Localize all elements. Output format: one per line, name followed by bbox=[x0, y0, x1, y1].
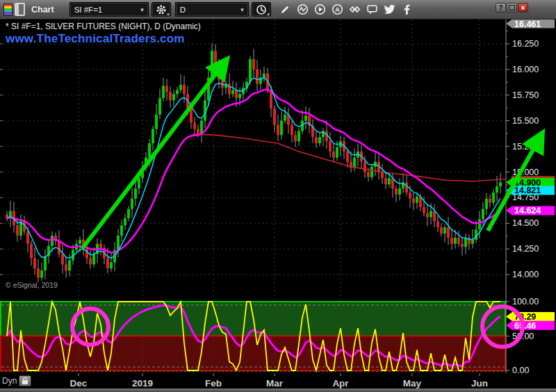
close-button[interactable]: × bbox=[518, 3, 528, 13]
svg-text:Apr: Apr bbox=[332, 378, 349, 389]
studies-button[interactable] bbox=[294, 2, 311, 17]
playback-button[interactable] bbox=[311, 2, 329, 17]
candle-body bbox=[117, 236, 120, 250]
chevron-down-icon: ▾ bbox=[240, 6, 244, 13]
candle-body bbox=[207, 78, 210, 100]
candle-body bbox=[426, 213, 429, 218]
candle-body bbox=[478, 219, 481, 229]
alerts-button[interactable]: A bbox=[329, 2, 346, 17]
draw-tool-button[interactable] bbox=[277, 2, 294, 17]
candle-body bbox=[461, 244, 464, 247]
candle-body bbox=[346, 152, 349, 162]
candle-body bbox=[127, 209, 130, 218]
twitter-share-button[interactable] bbox=[381, 2, 398, 17]
window-frame-bottom bbox=[0, 389, 556, 392]
candle-body bbox=[423, 207, 425, 213]
candle-body bbox=[165, 86, 168, 92]
candle-body bbox=[454, 238, 457, 244]
facebook-share-button[interactable] bbox=[398, 2, 416, 17]
copyright-text: © eSignal, 2019 bbox=[6, 281, 58, 289]
svg-text:Jun: Jun bbox=[471, 378, 488, 389]
candle-body bbox=[450, 238, 453, 244]
candle-body bbox=[395, 188, 398, 195]
candle-body bbox=[193, 123, 196, 129]
candle-body bbox=[231, 90, 234, 94]
link-button[interactable] bbox=[346, 2, 363, 17]
candle-body bbox=[294, 135, 297, 141]
candle-body bbox=[190, 108, 193, 123]
candle-body bbox=[30, 244, 33, 259]
candle-body bbox=[158, 98, 161, 115]
candle-body bbox=[499, 182, 502, 186]
svg-text:15.500: 15.500 bbox=[512, 116, 539, 126]
svg-text:Mar: Mar bbox=[266, 378, 284, 389]
facebook-icon bbox=[401, 3, 413, 15]
candle-body bbox=[492, 193, 495, 203]
window-icon bbox=[15, 3, 25, 16]
candle-body bbox=[353, 158, 356, 168]
symbol-dropdown[interactable]: SI #F=1 ▾ bbox=[70, 2, 149, 17]
candle-body bbox=[256, 70, 259, 84]
candle-body bbox=[370, 167, 373, 177]
candle-body bbox=[430, 211, 432, 218]
candle-body bbox=[315, 137, 318, 143]
candle-body bbox=[436, 221, 439, 227]
tool-icons: A bbox=[277, 2, 416, 17]
svg-text:0.00: 0.00 bbox=[512, 366, 529, 375]
axis-lock-button[interactable] bbox=[19, 375, 31, 386]
symbol-settings-button[interactable]: ▾ bbox=[152, 2, 171, 17]
svg-text:2019: 2019 bbox=[132, 378, 153, 389]
help-button[interactable]: ? bbox=[496, 3, 506, 13]
candle-body bbox=[433, 211, 436, 222]
candle-body bbox=[471, 240, 474, 244]
candle-body bbox=[40, 270, 43, 277]
svg-text:A: A bbox=[335, 6, 340, 13]
slow-ma-line bbox=[7, 90, 500, 252]
watermark-link[interactable]: www.TheTechnicalTraders.com bbox=[6, 32, 185, 46]
candle-body bbox=[51, 236, 54, 246]
svg-text:15.750: 15.750 bbox=[512, 90, 539, 100]
chart-canvas[interactable]: 16.25016.00015.75015.50015.25015.00014.7… bbox=[0, 0, 556, 392]
candle-body bbox=[162, 86, 165, 99]
svg-text:14.250: 14.250 bbox=[512, 244, 539, 254]
interval-dropdown[interactable]: D ▾ bbox=[175, 2, 249, 17]
candle-body bbox=[65, 264, 67, 270]
gear-icon bbox=[156, 4, 167, 15]
time-axis[interactable]: Dec2019FebMarAprMayJun bbox=[70, 373, 488, 389]
time-axis-mode: Dyn bbox=[2, 375, 31, 386]
candle-body bbox=[440, 227, 443, 234]
chart-title: * SI #F=1, SILVER FUTURES (NIGHT), D (Dy… bbox=[6, 22, 201, 31]
candle-body bbox=[179, 85, 182, 90]
pencil-icon bbox=[279, 4, 291, 15]
candle-body bbox=[482, 209, 484, 220]
candle-body bbox=[214, 51, 217, 64]
svg-text:16.000: 16.000 bbox=[512, 65, 539, 74]
candle-body bbox=[99, 244, 102, 248]
candle-body bbox=[79, 240, 81, 244]
candle-body bbox=[218, 65, 220, 80]
svg-text:16.250: 16.250 bbox=[512, 39, 539, 49]
candle-body bbox=[152, 129, 154, 144]
candle-body bbox=[58, 240, 60, 254]
lock-icon bbox=[22, 380, 28, 384]
candle-body bbox=[92, 254, 95, 265]
candle-body bbox=[197, 129, 199, 134]
candle-body bbox=[384, 178, 387, 184]
candle-body bbox=[61, 254, 64, 265]
color-bars-icon[interactable] bbox=[3, 3, 13, 16]
svg-text:15.000: 15.000 bbox=[512, 168, 539, 177]
window-controls: ? × bbox=[495, 3, 528, 13]
restore-button[interactable] bbox=[507, 3, 517, 13]
time-template-button[interactable]: ▾ bbox=[252, 2, 271, 17]
candle-body bbox=[183, 85, 186, 94]
chat-button[interactable] bbox=[363, 2, 381, 17]
candle-body bbox=[329, 141, 332, 152]
symbol-value: SI #F=1 bbox=[74, 6, 103, 14]
chart-window: 16.25016.00015.75015.50015.25015.00014.7… bbox=[0, 0, 556, 392]
candle-body bbox=[141, 168, 144, 179]
play-circle-icon bbox=[314, 3, 326, 15]
price-axis[interactable]: 16.25016.00015.75015.50015.25015.00014.7… bbox=[506, 19, 555, 375]
candle-body bbox=[134, 188, 137, 199]
candle-body bbox=[443, 227, 446, 234]
candle-body bbox=[249, 59, 252, 81]
